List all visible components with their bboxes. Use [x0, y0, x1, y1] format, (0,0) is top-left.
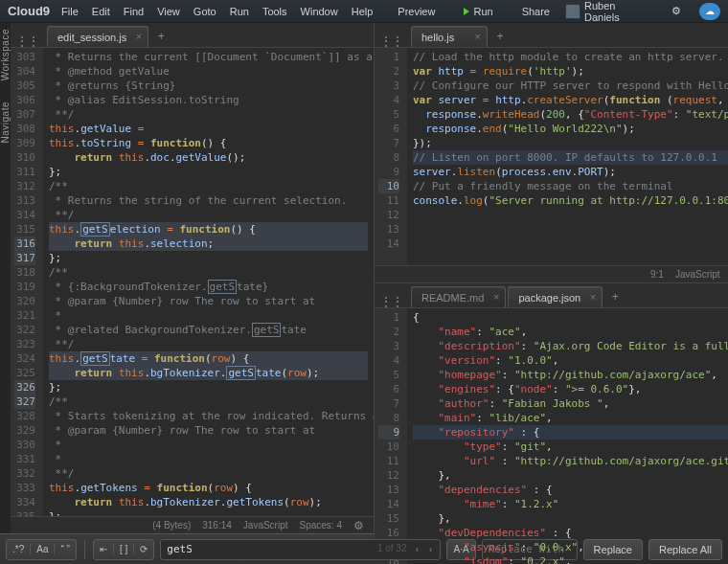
left-code[interactable]: * Returns the current [[Document `Docume…: [43, 48, 374, 516]
status-lang[interactable]: JavaScript: [675, 269, 720, 280]
menu-find[interactable]: Find: [124, 6, 144, 17]
status-pos: 316:14: [202, 520, 232, 530]
tab-close-icon[interactable]: ×: [475, 31, 481, 42]
rb-code[interactable]: { "name": "ace", "description": "Ajax.or…: [407, 308, 728, 564]
settings-gear-icon[interactable]: ⚙: [669, 4, 684, 19]
left-gutter: 3033043053063073083093103113123133143153…: [11, 48, 43, 516]
new-tab-button[interactable]: +: [489, 26, 511, 47]
status-spaces[interactable]: Spaces: 4: [300, 520, 342, 530]
menu-run[interactable]: Run: [230, 6, 249, 17]
brand[interactable]: Cloud9: [8, 4, 50, 18]
right-top-editor[interactable]: 1234567891011121314 // Load the http mod…: [375, 48, 728, 265]
new-tab-button[interactable]: +: [150, 26, 171, 47]
find-next-button[interactable]: ›: [423, 542, 437, 557]
tab-close-icon[interactable]: ×: [136, 31, 142, 42]
tab-close-icon[interactable]: ×: [493, 291, 499, 303]
run-button[interactable]: Run: [464, 6, 492, 17]
search-hits: 1 of 32: [377, 543, 407, 553]
menu-edit[interactable]: Edit: [92, 6, 110, 17]
left-editor[interactable]: 3033043053063073083093103113123133143153…: [11, 48, 374, 516]
user-chip[interactable]: Ruben Daniels: [565, 0, 653, 23]
new-tab-button[interactable]: +: [604, 286, 626, 307]
tab-close-icon[interactable]: ×: [590, 291, 596, 303]
toggle-in-selection[interactable]: [ ]: [114, 544, 134, 554]
tab-label: edit_session.js: [57, 32, 126, 43]
toggle-whole-word[interactable]: “ ”: [55, 544, 75, 554]
menu-preview[interactable]: Preview: [398, 6, 435, 17]
toggle-match-case[interactable]: Aa: [31, 544, 55, 554]
status-pos: 9:1: [650, 269, 664, 280]
tab-drag-handle-icon[interactable]: ⋮⋮: [16, 35, 39, 47]
cloud9-badge-icon[interactable]: ☁: [699, 3, 720, 20]
tab-hello-js[interactable]: hello.js ×: [411, 26, 488, 47]
side-rail: Workspace Navigate: [0, 23, 11, 533]
menu-help[interactable]: Help: [352, 6, 374, 17]
rb-gutter: 123456789101112131415161718192021: [375, 308, 407, 564]
rt-code[interactable]: // Load the http module to create an htt…: [407, 48, 728, 265]
right-top-tabbar: ⋮⋮ hello.js × +: [375, 23, 728, 48]
menu-file[interactable]: File: [61, 6, 79, 17]
tab-label: package.json: [518, 292, 580, 304]
status-gear-icon[interactable]: ⚙: [353, 519, 364, 532]
find-mode-toggles: .*? Aa “ ”: [6, 539, 77, 560]
tab-label: hello.js: [421, 32, 454, 43]
left-statusbar: (4 Bytes) 316:14 JavaScript Spaces: 4 ⚙: [11, 516, 374, 533]
find-prev-button[interactable]: ‹: [410, 542, 423, 557]
right-bot-tabbar: ⋮⋮ README.md × package.json × +: [375, 283, 728, 308]
find-nav-toggles: ⇤ [ ] ⟳: [93, 539, 154, 560]
tab-readme[interactable]: README.md ×: [411, 286, 506, 307]
tab-package-json[interactable]: package.json ×: [508, 286, 603, 307]
tab-drag-handle-icon[interactable]: ⋮⋮: [380, 35, 403, 47]
tab-label: README.md: [421, 292, 484, 304]
tab-edit-session[interactable]: edit_session.js ×: [47, 26, 148, 47]
menubar: Cloud9 File Edit Find View Goto Run Tool…: [0, 0, 728, 23]
user-name: Ruben Daniels: [584, 0, 653, 23]
side-workspace[interactable]: Workspace: [0, 29, 11, 80]
status-lang[interactable]: JavaScript: [243, 520, 288, 530]
toggle-regex[interactable]: .*?: [7, 544, 31, 554]
toggle-search-backward[interactable]: ⇤: [94, 544, 114, 554]
left-tabbar: ⋮⋮ edit_session.js × +: [11, 23, 374, 48]
side-navigate[interactable]: Navigate: [0, 102, 11, 143]
menu-tools[interactable]: Tools: [262, 6, 287, 17]
play-icon: [464, 8, 469, 15]
status-bytes: (4 Bytes): [152, 520, 191, 530]
share-button[interactable]: Share: [522, 6, 550, 17]
right-top-statusbar: 9:1 JavaScript Spaces: 2 ⚙: [375, 265, 728, 282]
menu-goto[interactable]: Goto: [193, 6, 216, 17]
menu-view[interactable]: View: [157, 6, 180, 17]
tab-drag-handle-icon[interactable]: ⋮⋮: [380, 296, 403, 307]
avatar-icon: [565, 4, 580, 19]
run-label: Run: [473, 6, 492, 17]
right-bot-editor[interactable]: 123456789101112131415161718192021 { "nam…: [375, 308, 728, 564]
menu-window[interactable]: Window: [301, 6, 338, 17]
rt-gutter: 1234567891011121314: [375, 48, 407, 265]
toggle-wrap[interactable]: ⟳: [134, 544, 153, 554]
